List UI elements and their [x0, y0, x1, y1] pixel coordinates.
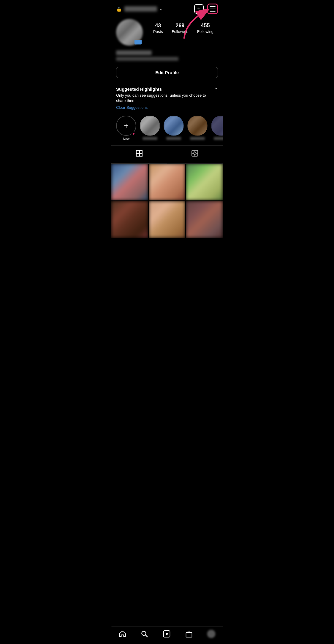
menu-line-1 [210, 6, 216, 7]
svg-point-6 [194, 152, 196, 154]
new-highlight-dot [132, 132, 135, 135]
stat-followers[interactable]: 269 Followers [172, 23, 188, 34]
posts-label: Posts [153, 29, 163, 34]
bio-name [116, 50, 152, 55]
suggested-title-group: Suggested Highlights Only you can see su… [116, 87, 210, 110]
svg-rect-3 [136, 154, 139, 156]
grid-image-6 [186, 201, 223, 238]
top-bar-right: + [194, 4, 218, 14]
new-highlight-label: New [123, 137, 129, 141]
following-count: 455 [201, 23, 210, 29]
suggested-header: Suggested Highlights Only you can see su… [116, 87, 218, 110]
menu-line-2 [210, 9, 216, 9]
highlight-thumb-4[interactable] [211, 116, 223, 136]
edit-profile-button[interactable]: Edit Profile [116, 67, 218, 78]
tab-tagged[interactable] [167, 146, 223, 163]
grid-cell-4[interactable] [111, 201, 148, 238]
suggested-highlights-section: Suggested Highlights Only you can see su… [111, 83, 223, 112]
avatar-container[interactable] [116, 19, 143, 46]
following-label: Following [197, 29, 213, 34]
add-post-button[interactable]: + [194, 4, 204, 14]
chevron-down-icon[interactable]: ⌄ [159, 7, 163, 11]
followers-count: 269 [175, 23, 184, 29]
posts-count: 43 [155, 23, 161, 29]
highlight-thumb-2[interactable] [164, 116, 184, 136]
highlight-item-4[interactable] [211, 116, 223, 141]
grid-cell-3[interactable] [186, 164, 223, 200]
grid-cell-6[interactable] [186, 201, 223, 238]
avatar-badge [134, 40, 142, 44]
clear-suggestions-button[interactable]: Clear Suggestions [116, 105, 210, 110]
highlight-new[interactable]: + New [116, 116, 136, 141]
menu-button[interactable] [207, 4, 218, 14]
highlight-label-2 [166, 137, 181, 140]
highlight-label-3 [190, 137, 205, 140]
menu-line-3 [210, 11, 216, 12]
grid-cell-2[interactable] [149, 164, 186, 200]
bio-section [111, 50, 223, 64]
grid-image-3 [186, 164, 223, 200]
new-highlight-button[interactable]: + [116, 116, 136, 136]
svg-rect-1 [136, 150, 139, 153]
suggested-subtitle: Only you can see suggestions, unless you… [116, 93, 210, 103]
svg-rect-2 [140, 150, 142, 153]
stats-container: 43 Posts 269 Followers 455 Following [149, 19, 218, 34]
suggested-title: Suggested Highlights [116, 87, 210, 92]
bio-line [116, 57, 178, 61]
highlight-label-4 [214, 137, 223, 140]
profile-section: 43 Posts 269 Followers 455 Following [111, 17, 223, 50]
stat-following[interactable]: 455 Following [197, 23, 213, 34]
highlight-label-1 [143, 137, 157, 140]
stat-posts[interactable]: 43 Posts [153, 23, 163, 34]
grid-image-1 [111, 164, 148, 200]
svg-rect-4 [140, 154, 142, 156]
grid-icon [136, 150, 143, 159]
chevron-up-icon[interactable]: ⌃ [213, 87, 218, 93]
highlight-item-1[interactable] [140, 116, 160, 141]
tabs-row [111, 145, 223, 164]
grid-cell-5[interactable] [149, 201, 186, 238]
grid-image-5 [149, 201, 186, 238]
highlight-item-3[interactable] [187, 116, 208, 141]
username-blurred [124, 6, 157, 12]
highlight-item-2[interactable] [164, 116, 184, 141]
grid-cell-1[interactable] [111, 164, 148, 200]
grid-image-4 [111, 201, 148, 238]
top-bar: 🔒 ⌄ + [111, 0, 223, 17]
posts-grid [111, 164, 223, 237]
grid-image-2 [149, 164, 186, 200]
highlight-thumb-3[interactable] [187, 116, 208, 136]
followers-label: Followers [172, 29, 188, 34]
lock-icon: 🔒 [116, 6, 122, 12]
tab-grid[interactable] [111, 146, 167, 163]
top-bar-left: 🔒 ⌄ [116, 6, 163, 12]
highlight-thumb-1[interactable] [140, 116, 160, 136]
tagged-icon [191, 150, 198, 159]
highlights-row: + New [111, 112, 223, 145]
